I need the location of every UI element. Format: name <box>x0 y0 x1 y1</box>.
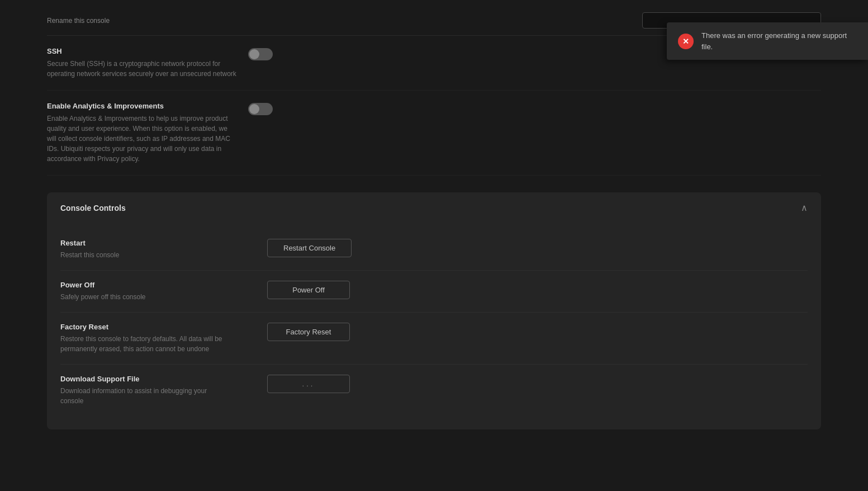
analytics-description: Enable Analytics & Improvements to help … <box>47 114 237 164</box>
control-rows: Restart Restart this console Restart Con… <box>47 223 821 429</box>
error-toast: ✕ There was an error generating a new su… <box>667 22 868 60</box>
download-support-action: ... <box>267 375 808 393</box>
restart-console-button[interactable]: Restart Console <box>267 239 352 257</box>
power-off-action: Power Off <box>267 281 808 299</box>
power-off-button[interactable]: Power Off <box>267 281 350 299</box>
analytics-title: Enable Analytics & Improvements <box>47 102 237 110</box>
restart-row: Restart Restart this console Restart Con… <box>60 229 808 271</box>
factory-reset-title: Factory Reset <box>60 323 222 331</box>
error-icon: ✕ <box>678 34 694 49</box>
restart-title: Restart <box>60 239 222 247</box>
download-support-row: Download Support File Download informati… <box>60 365 808 416</box>
ssh-toggle[interactable] <box>248 48 273 60</box>
power-off-row: Power Off Safely power off this console … <box>60 271 808 313</box>
power-off-description: Safely power off this console <box>60 292 222 302</box>
factory-reset-description: Restore this console to factory defaults… <box>60 334 222 354</box>
console-controls-section: Console Controls ∧ Restart Restart this … <box>47 192 821 429</box>
factory-reset-row: Factory Reset Restore this console to fa… <box>60 313 808 365</box>
power-off-info: Power Off Safely power off this console <box>60 281 222 302</box>
restart-info: Restart Restart this console <box>60 239 222 260</box>
chevron-up-icon: ∧ <box>801 202 808 213</box>
factory-reset-button[interactable]: Factory Reset <box>267 323 350 341</box>
analytics-control <box>248 102 821 115</box>
download-support-info: Download Support File Download informati… <box>60 375 222 406</box>
download-support-title: Download Support File <box>60 375 222 383</box>
power-off-title: Power Off <box>60 281 222 289</box>
factory-reset-action: Factory Reset <box>267 323 808 341</box>
error-message: There was an error generating a new supp… <box>701 30 857 52</box>
rename-label: Rename this console <box>47 17 110 25</box>
analytics-info: Enable Analytics & Improvements Enable A… <box>47 102 237 164</box>
analytics-setting-row: Enable Analytics & Improvements Enable A… <box>47 91 821 176</box>
ssh-toggle-thumb <box>249 49 259 59</box>
download-support-description: Download information to assist in debugg… <box>60 386 222 406</box>
analytics-toggle-thumb <box>249 104 259 114</box>
restart-description: Restart this console <box>60 250 222 260</box>
factory-reset-info: Factory Reset Restore this console to fa… <box>60 323 222 354</box>
ssh-info: SSH Secure Shell (SSH) is a cryptographi… <box>47 47 237 79</box>
ssh-title: SSH <box>47 47 237 55</box>
console-controls-title: Console Controls <box>60 204 126 213</box>
restart-action: Restart Console <box>267 239 808 257</box>
ssh-description: Secure Shell (SSH) is a cryptographic ne… <box>47 59 237 79</box>
download-support-button[interactable]: ... <box>267 375 350 393</box>
console-controls-header[interactable]: Console Controls ∧ <box>47 192 821 223</box>
main-content: Rename this console SSH Secure Shell (SS… <box>0 0 868 429</box>
analytics-toggle[interactable] <box>248 103 273 115</box>
